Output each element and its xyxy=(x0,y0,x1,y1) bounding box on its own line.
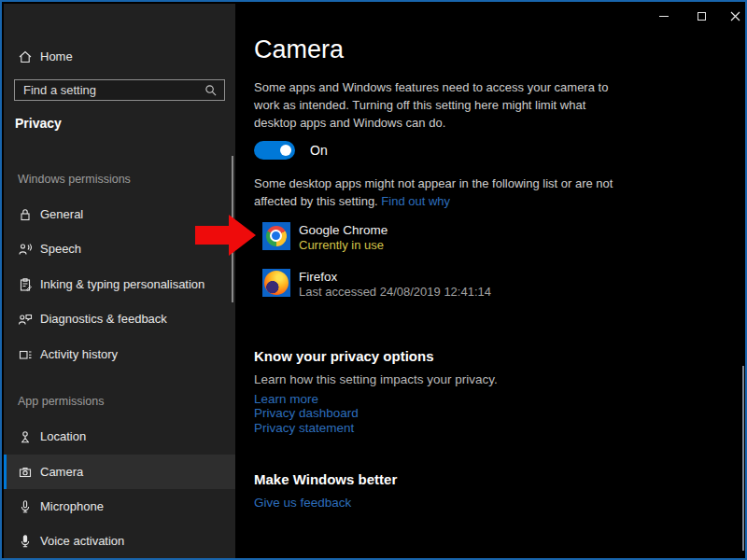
camera-toggle-row: On xyxy=(254,141,328,160)
voice-activation-icon xyxy=(18,534,33,549)
make-windows-better-heading: Make Windows better xyxy=(254,471,397,487)
sidebar-item-home[interactable]: Home xyxy=(4,39,235,74)
sidebar-item-activity-history[interactable]: Activity history xyxy=(4,337,235,371)
sidebar-item-microphone[interactable]: Microphone xyxy=(4,489,235,524)
minimize-icon xyxy=(659,16,669,17)
app-status: Currently in use xyxy=(299,238,388,253)
home-icon xyxy=(18,49,33,64)
camera-description: Some apps and Windows features need to a… xyxy=(254,78,629,132)
red-annotation-arrow-icon xyxy=(195,215,257,256)
close-icon xyxy=(730,11,740,21)
sidebar-item-label: Microphone xyxy=(40,499,104,513)
app-name: Google Chrome xyxy=(299,223,388,238)
sidebar-item-label: Home xyxy=(40,49,73,63)
search-icon[interactable] xyxy=(204,84,217,96)
sidebar-group-windows-permissions: Windows permissions xyxy=(18,173,131,186)
diagnostics-icon xyxy=(18,312,33,327)
speech-icon xyxy=(18,242,33,257)
activity-history-icon xyxy=(18,347,33,362)
sidebar-item-label: Activity history xyxy=(40,347,118,361)
sidebar-item-label: Location xyxy=(40,429,86,443)
app-status: Last accessed 24/08/2019 12:41:14 xyxy=(299,285,491,300)
sidebar-item-label: Diagnostics & feedback xyxy=(40,312,167,326)
page-title: Camera xyxy=(254,35,344,64)
app-name: Firefox xyxy=(299,270,491,285)
learn-more-link[interactable]: Learn more xyxy=(254,392,318,406)
sidebar-item-label: General xyxy=(40,207,83,221)
toggle-state-label: On xyxy=(310,143,328,158)
privacy-options-description: Learn how this setting impacts your priv… xyxy=(254,372,498,386)
privacy-dashboard-link[interactable]: Privacy dashboard xyxy=(254,406,359,420)
desktop-apps-note: Some desktop apps might not appear in th… xyxy=(254,175,629,210)
close-button[interactable] xyxy=(713,2,747,30)
content-scrollbar[interactable] xyxy=(742,366,744,551)
maximize-icon xyxy=(698,12,706,21)
sidebar-item-camera[interactable]: Camera xyxy=(4,455,235,489)
give-feedback-link[interactable]: Give us feedback xyxy=(254,496,351,510)
sidebar-item-label: Inking & typing personalisation xyxy=(40,277,204,291)
search-box xyxy=(14,79,225,101)
sidebar-item-inking-typing[interactable]: Inking & typing personalisation xyxy=(4,267,235,301)
chrome-app-tile xyxy=(262,222,290,250)
privacy-statement-link[interactable]: Privacy statement xyxy=(254,421,354,435)
sidebar: Home Privacy Windows permissions General xyxy=(4,4,235,558)
sidebar-item-label: Speech xyxy=(40,242,81,256)
sidebar-item-label: Camera xyxy=(40,465,83,479)
sidebar-group-app-permissions: App permissions xyxy=(18,395,104,408)
app-row-google-chrome: Google Chrome Currently in use xyxy=(262,222,388,253)
microphone-icon xyxy=(18,499,33,514)
chrome-logo-icon xyxy=(266,226,287,246)
selected-indicator xyxy=(4,455,7,489)
location-icon xyxy=(18,429,33,444)
firefox-app-tile xyxy=(262,269,290,297)
camera-icon xyxy=(18,465,33,480)
camera-access-toggle[interactable] xyxy=(254,141,295,160)
sidebar-item-location[interactable]: Location xyxy=(4,419,235,454)
firefox-logo-icon xyxy=(264,271,289,295)
sidebar-item-voice-activation[interactable]: Voice activation xyxy=(4,524,235,558)
sidebar-item-label: Voice activation xyxy=(40,534,124,548)
privacy-options-heading: Know your privacy options xyxy=(254,348,434,364)
sidebar-section-title: Privacy xyxy=(15,116,62,131)
app-row-firefox: Firefox Last accessed 24/08/2019 12:41:1… xyxy=(262,269,491,300)
find-out-why-link[interactable]: Find out why xyxy=(381,194,450,208)
inking-pen-icon xyxy=(18,277,33,292)
settings-window: ← Settings Home xyxy=(0,0,747,560)
toggle-knob xyxy=(280,145,291,156)
search-input[interactable] xyxy=(15,83,204,97)
sidebar-item-diagnostics-feedback[interactable]: Diagnostics & feedback xyxy=(4,301,235,336)
lock-icon xyxy=(18,207,33,222)
